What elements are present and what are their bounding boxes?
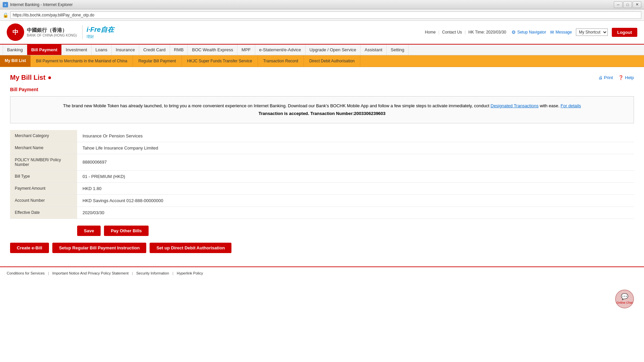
field-value-merchant-name: Tahoe Life Insurance Company Limited — [77, 142, 634, 154]
save-button[interactable]: Save — [77, 226, 101, 236]
sub-nav-regular-bill[interactable]: Regular Bill Payment — [133, 55, 181, 67]
help-icon: ❓ — [618, 75, 624, 80]
field-value-account-number: HKD Savings Account 012-888-00000000 — [77, 194, 634, 206]
address-bar: 🔒 — [0, 9, 644, 21]
info-box: The brand new Mobile Token has already l… — [10, 96, 634, 123]
for-details-link[interactable]: For details — [560, 103, 581, 108]
table-row: POLICY NUMBER/ Policy Number 8880006697 — [10, 154, 634, 170]
message-link[interactable]: ✉ Message — [550, 29, 572, 35]
contact-link[interactable]: Contact Us — [442, 30, 462, 35]
nav-item-rmb[interactable]: RMB — [170, 45, 188, 55]
help-link[interactable]: ❓ Help — [618, 75, 634, 80]
main-content: My Bill List 🖨 Print ❓ Help Bill Payment… — [0, 67, 644, 266]
nav-item-boc-wealth[interactable]: BOC Wealth Express — [188, 45, 237, 55]
title-dot — [48, 76, 51, 79]
lock-icon: 🔒 — [3, 12, 8, 18]
hk-time: HK Time: 2020/03/30 — [468, 30, 506, 35]
message-icon: ✉ — [550, 29, 554, 35]
footer-conditions-link[interactable]: Conditions for Services — [7, 271, 45, 275]
table-row: Merchant Category Insurance Or Pension S… — [10, 130, 634, 142]
ifre-logo: i·Fre自在 理財 — [82, 25, 114, 39]
setup-direct-debit-button[interactable]: Set up Direct Debit Authorisation — [150, 243, 231, 253]
sub-nav-direct-debit[interactable]: Direct Debit Authorisation — [304, 55, 360, 67]
field-value-merchant-category: Insurance Or Pension Services — [77, 130, 634, 142]
sub-nav-mainland-payment[interactable]: Bill Payment to Merchants in the Mainlan… — [31, 55, 133, 67]
nav-item-banking[interactable]: Banking — [3, 45, 27, 55]
nav-item-loans[interactable]: Loans — [92, 45, 112, 55]
field-label-policy-number: POLICY NUMBER/ Policy Number — [10, 154, 77, 170]
top-header: 中 中國銀行（香港） BANK OF CHINA (HONG KONG) i·F… — [0, 21, 644, 44]
browser-title: Internet Banking - Internet Explorer — [10, 2, 73, 7]
setup-icon: ⚙ — [512, 29, 516, 35]
sub-navigation: My Bill List Bill Payment to Merchants i… — [0, 55, 644, 67]
boc-english-text: BANK OF CHINA (HONG KONG) — [27, 34, 77, 37]
nav-item-upgrade[interactable]: Upgrade / Open Service — [306, 45, 361, 55]
minimize-button[interactable]: ─ — [614, 1, 623, 8]
designated-transactions-link[interactable]: Designated Transactions — [491, 103, 539, 108]
home-link[interactable]: Home — [425, 30, 436, 35]
boc-logo: 中 中國銀行（香港） BANK OF CHINA (HONG KONG) — [7, 23, 77, 41]
ifre-sub-text: 理財 — [87, 34, 114, 39]
table-row: Bill Type 01 - PREMIUM (HKD) — [10, 170, 634, 182]
field-label-effective-date: Effective Date — [10, 206, 77, 219]
nav-item-credit-card[interactable]: Credit Card — [139, 45, 170, 55]
boc-text: 中國銀行（香港） BANK OF CHINA (HONG KONG) — [27, 27, 77, 37]
sub-nav-hkjc[interactable]: HKJC Super Funds Transfer Service — [182, 55, 258, 67]
url-field[interactable] — [10, 11, 641, 19]
logo-area: 中 中國銀行（香港） BANK OF CHINA (HONG KONG) i·F… — [7, 23, 114, 41]
field-label-bill-type: Bill Type — [10, 170, 77, 182]
transaction-number: Transaction is accepted. Transaction Num… — [17, 110, 627, 117]
nav-item-estatement[interactable]: e-Statement/e-Advice — [255, 45, 306, 55]
nav-item-insurance[interactable]: Insurance — [112, 45, 139, 55]
footer-hyperlink-link[interactable]: Hyperlink Policy — [177, 271, 203, 275]
main-navigation: Banking Bill Payment Investment Loans In… — [0, 44, 644, 55]
nav-item-assistant[interactable]: Assistant — [361, 45, 387, 55]
maximize-button[interactable]: □ — [623, 1, 632, 8]
setup-regular-bill-button[interactable]: Setup Regular Bill Payment Instruction — [52, 243, 147, 253]
print-link[interactable]: 🖨 Print — [598, 75, 613, 80]
print-icon: 🖨 — [598, 75, 603, 80]
sub-nav-transaction-record[interactable]: Transaction Record — [258, 55, 304, 67]
field-value-effective-date: 2020/03/30 — [77, 206, 634, 219]
footer-security-link[interactable]: Security Information — [136, 271, 169, 275]
boc-circle-logo: 中 — [7, 23, 24, 41]
details-table: Merchant Category Insurance Or Pension S… — [10, 130, 634, 219]
field-value-policy-number: 8880006697 — [77, 154, 634, 170]
online-chat-button[interactable]: 💬 Online Chat — [615, 290, 634, 308]
boc-chinese-text: 中國銀行（香港） — [27, 27, 77, 34]
field-label-merchant-name: Merchant Name — [10, 142, 77, 154]
setup-navigator-link[interactable]: ⚙ Setup Navigator — [512, 29, 546, 35]
field-label-merchant-category: Merchant Category — [10, 130, 77, 142]
primary-action-buttons: Save Pay Other Bills — [77, 226, 634, 236]
chat-icon: 💬 — [621, 293, 628, 301]
page-wrapper: 中 中國銀行（香港） BANK OF CHINA (HONG KONG) i·F… — [0, 21, 644, 279]
field-label-payment-amount: Payment Amount — [10, 182, 77, 194]
page-title: My Bill List — [10, 74, 51, 81]
close-button[interactable]: ✕ — [633, 1, 641, 8]
field-value-bill-type: 01 - PREMIUM (HKD) — [77, 170, 634, 182]
ifre-main-text: i·Fre自在 — [87, 25, 114, 34]
table-row: Account Number HKD Savings Account 012-8… — [10, 194, 634, 206]
top-links: Home | Contact Us | HK Time: 2020/03/30 — [425, 30, 506, 35]
table-row: Payment Amount HKD 1.80 — [10, 182, 634, 194]
create-ebill-button[interactable]: Create e-Bill — [10, 243, 49, 253]
pay-other-bills-button[interactable]: Pay Other Bills — [104, 226, 148, 236]
table-row: Merchant Name Tahoe Life Insurance Compa… — [10, 142, 634, 154]
nav-item-setting[interactable]: Setting — [387, 45, 409, 55]
print-help-row: 🖨 Print ❓ Help — [598, 75, 634, 80]
table-row: Effective Date 2020/03/30 — [10, 206, 634, 219]
logout-button[interactable]: Logout — [612, 28, 637, 37]
top-right-area: Home | Contact Us | HK Time: 2020/03/30 … — [425, 28, 637, 37]
shortcut-select[interactable]: My Shortcut — [576, 28, 608, 36]
sub-nav-my-bill-list[interactable]: My Bill List — [0, 55, 31, 67]
info-message: The brand new Mobile Token has already l… — [17, 102, 627, 110]
page-title-row: My Bill List 🖨 Print ❓ Help — [10, 74, 634, 81]
footer-privacy-link[interactable]: Important Notice And Privacy Policy Stat… — [52, 271, 128, 275]
browser-titlebar: e Internet Banking - Internet Explorer ─… — [0, 0, 644, 9]
section-title: Bill Payment — [10, 87, 634, 92]
field-value-payment-amount: HKD 1.80 — [77, 182, 634, 194]
nav-item-mpf[interactable]: MPF — [237, 45, 255, 55]
field-label-account-number: Account Number — [10, 194, 77, 206]
nav-item-bill-payment[interactable]: Bill Payment — [27, 45, 62, 55]
nav-item-investment[interactable]: Investment — [62, 45, 92, 55]
